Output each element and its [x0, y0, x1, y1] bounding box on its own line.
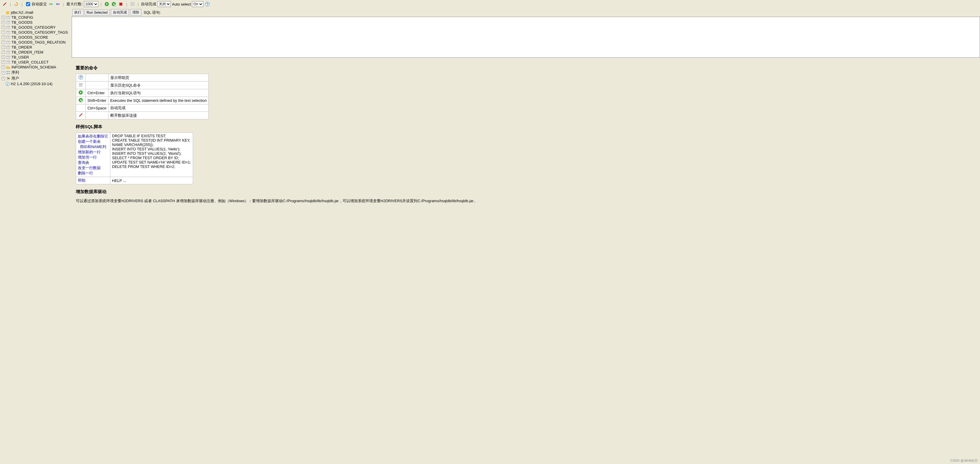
- auto-complete-select[interactable]: 关闭: [158, 1, 171, 7]
- table-node[interactable]: TB_GOODS_CATEGORY_TAGS: [11, 30, 68, 35]
- table-node[interactable]: TB_CONFIG: [11, 15, 33, 20]
- sample-link[interactable]: 增加另一行: [78, 155, 97, 159]
- autocomplete-button[interactable]: 自动完成: [111, 9, 129, 16]
- watermark: CSDN @JAVA拾贝: [950, 458, 978, 463]
- commands-table: 显示帮助页显示历史SQL命令Ctrl+Enter执行当前SQL语句Shift+E…: [76, 74, 208, 119]
- history-icon[interactable]: [76, 82, 86, 89]
- schema-node[interactable]: INFORMATION_SCHEMA: [11, 65, 56, 69]
- expander-icon[interactable]: +: [2, 60, 5, 64]
- sample-help-sql: HELP ...: [110, 177, 193, 184]
- sample-link[interactable]: 如果表存在删除它: [78, 134, 108, 138]
- users-node[interactable]: 用户: [11, 76, 19, 81]
- sample-help-link[interactable]: 帮助: [78, 178, 86, 183]
- help-icon[interactable]: [76, 74, 86, 82]
- command-desc: Executes the SQL statement defined by th…: [108, 97, 208, 105]
- sample-sql: NAME VARCHAR(255));: [112, 143, 154, 147]
- shortcut-key: [86, 74, 108, 82]
- sample-sql: CREATE TABLE TEST(ID INT PRIMARY KEY,: [112, 138, 191, 143]
- sample-sql: DELETE FROM TEST WHERE ID=2;: [112, 164, 175, 169]
- command-desc: 显示帮助页: [108, 74, 208, 82]
- version-node[interactable]: H2 1.4.200 (2019-10-14): [11, 82, 52, 86]
- table-node-icon: [6, 30, 10, 35]
- expander-icon[interactable]: +: [2, 41, 5, 44]
- run-icon[interactable]: [76, 89, 86, 97]
- users-node-icon: [6, 76, 10, 81]
- expander-icon[interactable]: +: [2, 65, 5, 69]
- refresh-icon[interactable]: [13, 1, 19, 7]
- table-node[interactable]: TB_USER_COLLECT: [11, 60, 49, 64]
- command-desc: 自动完成: [108, 105, 208, 112]
- table-node-icon: [6, 40, 10, 44]
- samples-table: 如果表存在删除它创建一个新表 用ID和NAME列增加新的一行增加另一行查询表改变…: [76, 132, 193, 184]
- table-node[interactable]: TB_ORDER: [11, 45, 32, 49]
- expander-icon[interactable]: +: [2, 46, 5, 49]
- runsel-icon[interactable]: [76, 97, 86, 105]
- connection-node-icon: [6, 11, 10, 14]
- shortcut-key: [86, 82, 108, 89]
- auto-commit-label: 自动提交: [32, 2, 47, 7]
- expander-icon[interactable]: +: [2, 71, 5, 74]
- schema-node-icon: [6, 65, 10, 69]
- auto-commit-checkbox[interactable]: [26, 2, 30, 6]
- sample-link[interactable]: 增加新的一行: [78, 150, 101, 154]
- expander-icon[interactable]: +: [2, 31, 5, 34]
- run-selected-button[interactable]: Run Selected: [84, 10, 110, 16]
- table-node[interactable]: TB_GOODS_CATEGORY: [11, 25, 56, 30]
- auto-select-select[interactable]: On: [192, 1, 203, 7]
- table-node[interactable]: TB_GOODS: [11, 20, 32, 25]
- sample-sql: INSERT INTO TEST VALUES(1, 'Hello');: [112, 147, 180, 151]
- run-button[interactable]: 执行: [72, 9, 83, 16]
- command-desc: 显示历史SQL命令: [108, 82, 208, 89]
- driver-text: 可以通过添加系统环境变量H2DRIVERS 或者 CLASSPATH 来增加数据…: [76, 199, 976, 203]
- max-rows-label: 最大行数:: [67, 2, 83, 7]
- disconnect-icon[interactable]: [76, 112, 86, 119]
- sequences-node-icon: [6, 70, 10, 75]
- clear-button[interactable]: 清除: [130, 9, 141, 16]
- max-rows-select[interactable]: 1000: [84, 1, 98, 7]
- sample-link[interactable]: 用ID和NAME列: [78, 145, 106, 149]
- separator: |: [62, 2, 65, 6]
- sample-link[interactable]: 查询表: [78, 160, 89, 165]
- sidebar: jdbc:h2:./mall+TB_CONFIG+TB_GOODS+TB_GOO…: [0, 8, 72, 464]
- sql-statement-label: SQL 语句:: [144, 10, 161, 15]
- sample-sql: SELECT * FROM TEST ORDER BY ID;: [112, 156, 179, 160]
- shortcut-key: [86, 112, 108, 119]
- disconnect-icon[interactable]: [2, 1, 8, 7]
- expander-icon[interactable]: +: [2, 26, 5, 29]
- help-icon[interactable]: [204, 1, 210, 7]
- expander-icon[interactable]: +: [2, 56, 5, 59]
- auto-complete-label: 自动完成: [141, 2, 156, 7]
- table-node-icon: [6, 60, 10, 64]
- expander-icon[interactable]: +: [2, 21, 5, 24]
- expander-icon[interactable]: +: [2, 51, 5, 54]
- separator: |: [137, 2, 140, 6]
- stop-icon[interactable]: [118, 1, 124, 7]
- sample-link[interactable]: 删除一行: [78, 171, 93, 175]
- table-node-icon: [6, 45, 10, 49]
- table-node[interactable]: TB_USER: [11, 55, 29, 59]
- sql-input[interactable]: [72, 17, 980, 58]
- sample-link[interactable]: 创建一个新表: [78, 139, 101, 144]
- table-node-icon: [6, 25, 10, 30]
- run-icon[interactable]: [104, 1, 110, 7]
- separator: |: [9, 2, 12, 6]
- run-selected-icon[interactable]: [111, 1, 117, 7]
- table-node[interactable]: TB_ORDER_ITEM: [11, 50, 43, 54]
- auto-commit-toggle[interactable]: 自动提交: [25, 1, 47, 7]
- command-desc: 断开数据库连接: [108, 112, 208, 119]
- commit-off-icon[interactable]: [48, 1, 54, 7]
- sample-link[interactable]: 改变一行数据: [78, 165, 101, 170]
- commands-heading: 重要的命令: [76, 65, 976, 71]
- shortcut-key: Shift+Enter: [86, 97, 108, 105]
- expander-icon[interactable]: +: [2, 36, 5, 39]
- table-node[interactable]: TB_GOODS_TAGS_RELATION: [11, 40, 65, 44]
- expander-icon[interactable]: +: [2, 77, 5, 80]
- sequences-node[interactable]: 序列: [11, 70, 19, 75]
- connection-node[interactable]: jdbc:h2:./mall: [11, 10, 33, 14]
- separator: |: [125, 2, 128, 6]
- expander-icon[interactable]: +: [2, 16, 5, 19]
- sample-sql: INSERT INTO TEST VALUES(2, 'World');: [112, 151, 181, 156]
- rollback-icon[interactable]: [55, 1, 61, 7]
- table-node[interactable]: TB_GOODS_SCORE: [11, 35, 48, 40]
- history-icon[interactable]: [130, 1, 135, 7]
